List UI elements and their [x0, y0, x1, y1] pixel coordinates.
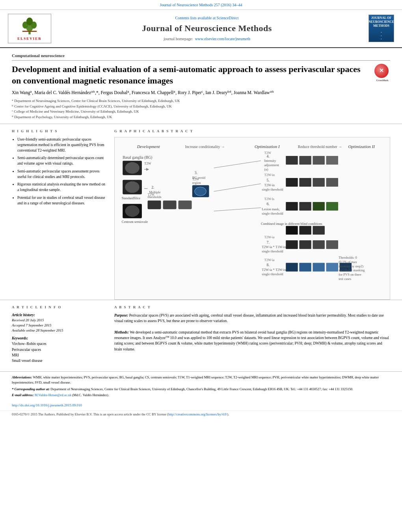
svg-rect-59 [326, 202, 338, 211]
copyright-end: ). [227, 412, 229, 416]
svg-rect-63 [299, 226, 311, 235]
svg-point-34 [195, 187, 206, 196]
footnotes-section: Abbreviations: WMH, white matter hyperin… [0, 371, 402, 400]
svg-rect-78 [313, 263, 324, 272]
svg-text:T2W-in: T2W-in [264, 183, 275, 187]
svg-text:single threshold: single threshold [262, 187, 283, 191]
abbreviations-text: WMH, white matter hyperintensities; PVS,… [12, 375, 379, 384]
svg-text:Intensity: Intensity [264, 159, 276, 163]
svg-rect-51 [326, 178, 338, 187]
corresponding-text: Department of Neuroimaging Sciences, Cen… [50, 387, 353, 391]
journal-logo-right: JOURNAL OFNEUROSCIENCEMETHODS ≡≡≡ [363, 15, 394, 42]
crossmark-icon: ✕ [374, 64, 389, 78]
article-title: Development and initial evaluation of a … [12, 64, 370, 86]
svg-text:2.: 2. [151, 185, 154, 189]
affiliations: ᵃ Department of Neuroimaging Sciences, C… [12, 98, 390, 120]
svg-text:Optimization I: Optimization I [255, 145, 280, 149]
svg-line-89 [214, 184, 261, 191]
methods-text: We developed a semi-automatic computatio… [114, 330, 389, 351]
graphical-abstract-col: G R A P H I C A L A B S T R A C T Develo… [114, 129, 390, 299]
svg-text:Reduce threshold number →: Reduce threshold number → [298, 145, 342, 149]
svg-text:T2W: T2W [144, 161, 151, 165]
highlights-graphical-section: H I G H L I G H T S User-friendly semi-a… [0, 124, 402, 299]
abbreviations-label: Abbreviations: [12, 375, 32, 379]
svg-rect-79 [326, 263, 338, 272]
svg-rect-25 [163, 200, 176, 209]
crossmark-logo[interactable]: ✕ CrossMark [374, 64, 390, 83]
svg-text:Combined image in different bl: Combined image in different blind condit… [261, 222, 322, 226]
crossmark-label: CrossMark [374, 79, 390, 83]
svg-rect-64 [313, 226, 324, 235]
affiliation-d: ᵈ Department of Psychology, University o… [12, 115, 390, 120]
svg-text:Thresholds: 0: Thresholds: 0 [339, 256, 357, 260]
header-center: Contents lists available at ScienceDirec… [51, 15, 363, 42]
svg-rect-70 [313, 240, 324, 249]
svg-text:6.: 6. [267, 202, 270, 206]
svg-text:Centrum semiovale: Centrum semiovale [122, 220, 148, 224]
list-item: Semi-automatically determined perivascul… [17, 156, 106, 167]
copyright-section: 0165-0270/© 2015 The Authors. Published … [0, 410, 402, 419]
journal-homepage: journal homepage: www.elsevier.com/locat… [51, 36, 363, 42]
elsevier-label: ELSEVIER [17, 36, 42, 41]
corresponding-line: * Corresponding author at: Department of… [12, 387, 390, 392]
svg-text:successful masking: successful masking [339, 268, 365, 272]
svg-text:for PVS on three: for PVS on three [339, 272, 361, 276]
keyword: MRI [12, 352, 106, 358]
svg-text:T2W-ls: T2W-ls [264, 197, 274, 201]
svg-text:test cases: test cases [339, 277, 351, 281]
journal-citation-link[interactable]: Journal of Neuroscience Methods 257 (201… [160, 3, 242, 7]
svg-text:3.: 3. [195, 171, 197, 175]
svg-rect-24 [148, 200, 161, 209]
methods-label: Methods: [114, 330, 129, 334]
license-link[interactable]: http://creativecommons.org/licenses/by/4… [168, 412, 227, 416]
svg-text:T2W: T2W [148, 193, 155, 196]
journal-link-bar: Journal of Neuroscience Methods 257 (201… [0, 0, 402, 10]
svg-rect-50 [313, 178, 324, 187]
svg-point-13 [125, 162, 140, 174]
email-link[interactable]: M.Valdes-Henan@ed.ac.uk [35, 393, 72, 397]
highlights-list: User-friendly semi-automatic perivascula… [12, 137, 106, 206]
svg-text:(α): (α) [264, 167, 268, 171]
affiliation-a: ᵃ Department of Neuroimaging Sciences, C… [12, 98, 390, 104]
doi-section: http://dx.doi.org/10.1016/j.jneumeth.201… [0, 400, 402, 410]
history-label: Article history: [12, 313, 106, 318]
svg-text:T2W-ia: T2W-ia [264, 235, 274, 239]
email-name: (Md.C. Valdés Hernández). [72, 393, 109, 397]
svg-text:Development: Development [137, 145, 160, 149]
accepted-date: Accepted 7 September 2015 [12, 323, 106, 328]
svg-rect-40 [286, 156, 298, 165]
graphical-abstract-box: Development Increase conditionality → Op… [114, 137, 390, 300]
doi-link[interactable]: http://dx.doi.org/10.1016/j.jneumeth.201… [12, 403, 82, 407]
svg-rect-71 [326, 240, 338, 249]
svg-line-88 [214, 161, 261, 168]
svg-text:intensity by step2): intensity by step2) [339, 264, 363, 268]
svg-point-4 [26, 18, 33, 26]
abstract-text: Purpose: Perivascular spaces (PVS) are a… [114, 313, 390, 352]
abstract-heading: A B S T R A C T [114, 305, 390, 310]
svg-line-90 [214, 208, 261, 211]
journal-logo-text: JOURNAL OFNEUROSCIENCEMETHODS [368, 16, 394, 28]
keyword: Perivascular spaces [12, 347, 106, 352]
affiliation-b: ᵇ Centre for Cognitive Ageing and Cognit… [12, 104, 390, 109]
article-info-col: A R T I C L E I N F O Article history: R… [12, 305, 106, 367]
list-item: Semi-automatic perivascular spaces asses… [17, 169, 106, 180]
article-history: Article history: Received 20 July 2015 A… [12, 313, 106, 333]
svg-rect-42 [313, 156, 324, 165]
svg-rect-57 [299, 202, 311, 211]
svg-point-16 [125, 182, 140, 193]
keywords-label: Keywords: [12, 336, 106, 341]
svg-text:T2W: T2W [192, 177, 199, 181]
svg-text:single threshold: single threshold [262, 211, 283, 215]
list-item: Potential for use in studies of cerebral… [17, 195, 106, 206]
corresponding-label: * Corresponding author at: [12, 387, 50, 391]
graphical-abstract-svg: Development Increase conditionality → Op… [118, 141, 387, 294]
svg-rect-56 [286, 202, 298, 211]
journal-homepage-link[interactable]: www.elsevier.com/locate/jneumeth [195, 37, 250, 41]
elsevier-tree-icon [18, 16, 41, 35]
list-item: User-friendly semi-automatic perivascula… [17, 137, 106, 153]
svg-text:T2W: T2W [264, 151, 271, 155]
svg-point-19 [125, 205, 140, 217]
svg-rect-43 [326, 156, 338, 165]
article-section: Computational neuroscience Development a… [0, 48, 402, 120]
svg-rect-48 [286, 178, 298, 187]
